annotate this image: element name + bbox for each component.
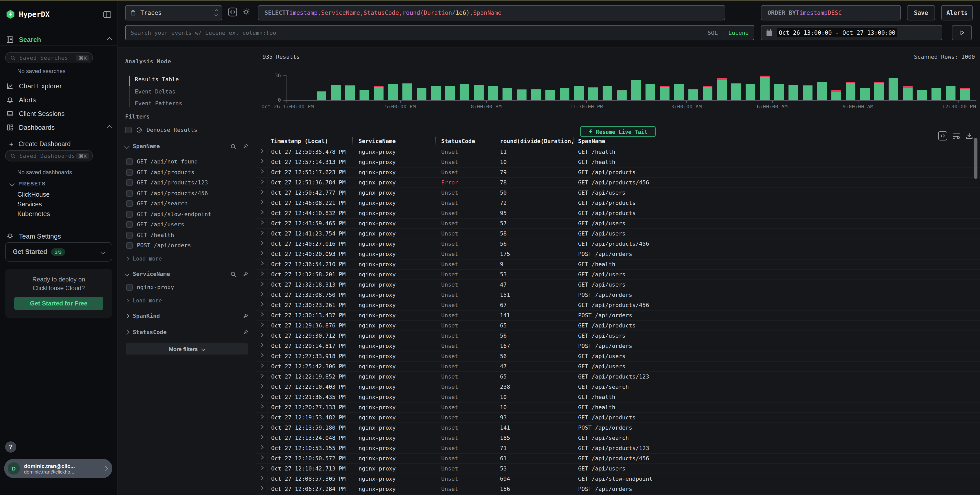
filter-group-servicename[interactable]: ServiceName <box>125 271 249 277</box>
row-expand-icon[interactable] <box>261 169 264 173</box>
spanname-option[interactable]: GET /api/products/123 <box>126 179 208 186</box>
order-by-input[interactable]: ORDER BY Timestamp DESC <box>761 5 901 21</box>
chevron-up-icon[interactable] <box>107 125 112 130</box>
filter-group-spanname[interactable]: SpanName <box>125 143 249 150</box>
row-expand-icon[interactable] <box>261 251 264 255</box>
table-row[interactable]: Oct 27 12:13:24.048 PMnginx-proxyUnset18… <box>256 433 980 443</box>
table-row[interactable]: Oct 27 12:21:36.435 PMnginx-proxyUnset10… <box>256 392 980 403</box>
filter-group-statuscode[interactable]: StatusCode <box>125 329 249 336</box>
help-button[interactable]: ? <box>5 441 16 453</box>
spanname-option[interactable]: POST /api/orders <box>126 242 191 249</box>
chevron-up-icon[interactable] <box>107 37 112 42</box>
spanname-option[interactable]: GET /api/search <box>126 200 188 207</box>
table-row[interactable]: Oct 27 12:30:23.261 PMnginx-proxyUnset67… <box>256 300 980 310</box>
table-row[interactable]: Oct 27 12:10:50.572 PMnginx-proxyUnset61… <box>256 454 980 464</box>
row-expand-icon[interactable] <box>261 384 264 388</box>
row-expand-icon[interactable] <box>261 435 264 439</box>
column-header-duration[interactable]: round(divide(Duration, <box>500 138 573 145</box>
sidebar-item-dashboards[interactable]: Dashboards <box>0 122 118 132</box>
table-row[interactable]: Oct 27 12:57:14.313 PMnginx-proxyUnset10… <box>256 158 980 167</box>
table-row[interactable]: Oct 27 12:41:23.754 PMnginx-proxyUnset58… <box>256 229 980 239</box>
spanname-option[interactable]: GET /api/products <box>126 169 194 175</box>
row-expand-icon[interactable] <box>261 445 264 450</box>
analysis-mode-event-patterns[interactable]: Event Patterns <box>135 100 182 107</box>
table-row[interactable]: Oct 27 12:06:27.284 PMnginx-proxyUnset15… <box>256 484 980 495</box>
alerts-button[interactable]: Alerts <box>941 5 973 21</box>
table-row[interactable]: Oct 27 12:46:08.221 PMnginx-proxyUnset72… <box>256 198 980 209</box>
table-row[interactable]: Oct 27 12:36:54.210 PMnginx-proxyUnset9G… <box>256 259 980 270</box>
spanname-option[interactable]: GET /api/products/456 <box>126 190 208 196</box>
table-row[interactable]: Oct 27 12:32:58.201 PMnginx-proxyUnset53… <box>256 270 980 280</box>
row-expand-icon[interactable] <box>261 282 264 286</box>
event-search-input[interactable]: Search your events w/ Lucene ex. column:… <box>125 25 754 40</box>
sidebar-item-client-sessions[interactable]: Client Sessions <box>0 108 118 118</box>
checkbox[interactable] <box>126 221 133 228</box>
table-row[interactable]: Oct 27 12:13:59.180 PMnginx-proxyUnset14… <box>256 423 980 433</box>
table-row[interactable]: Oct 27 12:40:20.093 PMnginx-proxyUnset17… <box>256 249 980 259</box>
spanname-option[interactable]: GET /api/not-found <box>126 158 197 165</box>
checkbox[interactable] <box>126 200 133 207</box>
row-expand-icon[interactable] <box>261 179 264 184</box>
source-selector[interactable]: Traces <box>125 5 222 21</box>
query-settings-gear-icon[interactable] <box>242 8 250 16</box>
table-row[interactable]: Oct 27 12:53:17.623 PMnginx-proxyUnset79… <box>256 167 980 178</box>
table-row[interactable]: Oct 27 12:22:19.852 PMnginx-proxyUnset65… <box>256 372 980 382</box>
table-row[interactable]: Oct 27 12:29:14.817 PMnginx-proxyUnset16… <box>256 341 980 352</box>
table-row[interactable]: Oct 27 12:32:08.750 PMnginx-proxyUnset15… <box>256 290 980 300</box>
table-row[interactable]: Oct 27 12:27:33.918 PMnginx-proxyUnset56… <box>256 352 980 362</box>
column-header-spanname[interactable]: SpanName <box>578 138 605 145</box>
row-expand-icon[interactable] <box>261 292 264 296</box>
table-row[interactable]: Oct 27 12:40:27.016 PMnginx-proxyUnset56… <box>256 239 980 249</box>
row-expand-icon[interactable] <box>261 425 264 429</box>
spanname-option[interactable]: GET /api/users <box>126 221 184 228</box>
table-row[interactable]: Oct 27 12:19:53.482 PMnginx-proxyUnset93… <box>256 413 980 423</box>
table-row[interactable]: Oct 27 12:43:59.465 PMnginx-proxyUnset57… <box>256 219 980 229</box>
saved-dashboards-input[interactable]: Saved Dashboards ⌘K <box>5 150 93 161</box>
user-menu[interactable]: D dominic.tran@clic... dominic.tran@clic… <box>4 459 112 478</box>
row-expand-icon[interactable] <box>261 220 264 225</box>
pin-icon[interactable] <box>243 329 249 335</box>
analysis-mode-results-table[interactable]: Results Table <box>135 76 179 83</box>
table-row[interactable]: Oct 27 12:10:53.155 PMnginx-proxyUnset71… <box>256 443 980 454</box>
row-expand-icon[interactable] <box>261 302 264 307</box>
sidebar-item-alerts[interactable]: Alerts <box>0 94 118 105</box>
pin-icon[interactable] <box>243 143 249 150</box>
row-expand-icon[interactable] <box>261 231 264 235</box>
checkbox[interactable] <box>126 190 133 196</box>
row-expand-icon[interactable] <box>261 414 264 419</box>
row-expand-icon[interactable] <box>261 363 264 368</box>
preset-item-kubernetes[interactable]: Kubernetes <box>18 210 50 218</box>
lucene-mode-option[interactable]: Lucene <box>729 29 749 36</box>
table-row[interactable]: Oct 27 12:51:36.784 PMnginx-proxyError78… <box>256 178 980 188</box>
table-row[interactable]: Oct 27 12:59:35.478 PMnginx-proxyUnset11… <box>256 147 980 158</box>
saved-searches-input[interactable]: Saved Searches ⌘K <box>5 52 93 63</box>
spanname-option[interactable]: GET /api/slow-endpoint <box>126 211 211 217</box>
row-expand-icon[interactable] <box>261 149 264 153</box>
sql-mode-option[interactable]: SQL <box>708 29 718 36</box>
table-row[interactable]: Oct 27 12:20:27.133 PMnginx-proxyUnset10… <box>256 403 980 413</box>
row-expand-icon[interactable] <box>261 476 264 480</box>
row-expand-icon[interactable] <box>261 189 264 194</box>
table-row[interactable]: Oct 27 12:25:42.306 PMnginx-proxyUnset47… <box>256 362 980 372</box>
checkbox[interactable] <box>126 284 133 291</box>
table-row[interactable]: Oct 27 12:08:57.305 PMnginx-proxyUnset69… <box>256 474 980 484</box>
row-expand-icon[interactable] <box>261 404 264 409</box>
spanname-option[interactable]: GET /health <box>126 232 174 238</box>
column-resize-handle[interactable] <box>352 137 353 145</box>
sql-select-input[interactable]: SELECT Timestamp,ServiceName,StatusCode,… <box>258 5 725 21</box>
denoise-results-checkbox[interactable]: Denoise Results <box>125 127 197 133</box>
time-range-picker[interactable]: Oct 26 13:00:00 - Oct 27 13:00:00 <box>761 25 942 40</box>
checkbox[interactable] <box>126 158 133 165</box>
table-row[interactable]: Oct 27 12:22:10.403 PMnginx-proxyUnset23… <box>256 382 980 392</box>
table-row[interactable]: Oct 27 12:32:18.313 PMnginx-proxyUnset47… <box>256 280 980 290</box>
row-expand-icon[interactable] <box>261 455 264 460</box>
checkbox[interactable] <box>126 169 133 175</box>
sidebar-item-chart-explorer[interactable]: Chart Explorer <box>0 81 118 91</box>
row-expand-icon[interactable] <box>261 240 264 245</box>
row-expand-icon[interactable] <box>261 210 264 215</box>
row-expand-icon[interactable] <box>261 312 264 317</box>
filter-group-spankind[interactable]: SpanKind <box>125 313 249 319</box>
more-filters-button[interactable]: More filters <box>126 343 248 355</box>
filter-search-icon[interactable] <box>230 143 237 150</box>
servicename-option[interactable]: nginx-proxy <box>126 284 174 291</box>
